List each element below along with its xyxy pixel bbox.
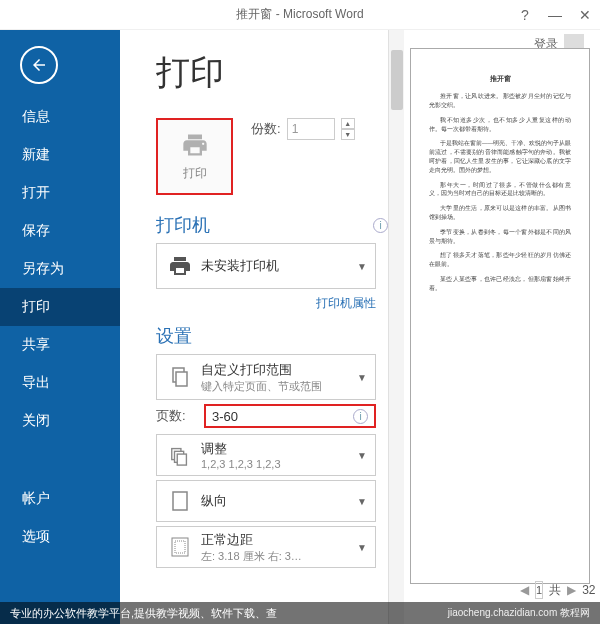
copies-input[interactable]: 1 bbox=[287, 118, 335, 140]
backstage-sidebar: 信息 新建 打开 保存 另存为 打印 共享 导出 关闭 帐户 选项 bbox=[0, 30, 120, 624]
page-total-label: 共 bbox=[549, 582, 561, 599]
sidebar-item-account[interactable]: 帐户 bbox=[0, 480, 120, 518]
pages-input[interactable]: 3-60 i bbox=[204, 404, 376, 428]
titlebar: 推开窗 - Microsoft Word ? — ✕ bbox=[0, 0, 600, 30]
orientation-select[interactable]: 纵向 ▼ bbox=[156, 480, 376, 522]
print-button[interactable]: 打印 bbox=[156, 118, 233, 195]
collate-select[interactable]: 调整 1,2,3 1,2,3 1,2,3 ▼ bbox=[156, 434, 376, 476]
copies-label: 份数: bbox=[251, 120, 281, 138]
printer-properties-link[interactable]: 打印机属性 bbox=[316, 296, 376, 310]
collate-icon bbox=[165, 440, 195, 470]
preview-footer: ◀ 1 共 ▶ 32 bbox=[520, 578, 592, 602]
sidebar-item-open[interactable]: 打开 bbox=[0, 174, 120, 212]
copies-up-button[interactable]: ▲ bbox=[341, 118, 355, 129]
window-controls: ? — ✕ bbox=[510, 0, 600, 30]
page-title: 打印 bbox=[156, 50, 388, 96]
chevron-down-icon: ▼ bbox=[357, 450, 367, 461]
copies-field: 份数: 1 ▲ ▼ bbox=[251, 118, 355, 140]
print-button-label: 打印 bbox=[183, 165, 207, 182]
chevron-down-icon: ▼ bbox=[357, 261, 367, 272]
printer-icon bbox=[180, 131, 210, 159]
svg-rect-7 bbox=[175, 541, 185, 553]
print-settings-column: 打印 打印 份数: 1 ▲ ▼ 打印机 i bbox=[120, 30, 388, 624]
pages-icon bbox=[165, 362, 195, 392]
zoom-value: 32 bbox=[582, 583, 595, 597]
help-button[interactable]: ? bbox=[510, 0, 540, 30]
settings-section-title: 设置 bbox=[156, 324, 388, 348]
printer-name: 未安装打印机 bbox=[201, 257, 357, 275]
sidebar-item-export[interactable]: 导出 bbox=[0, 364, 120, 402]
back-button[interactable] bbox=[20, 46, 58, 84]
printer-select[interactable]: 未安装打印机 ▼ bbox=[156, 243, 376, 289]
titlebar-title: 推开窗 - Microsoft Word bbox=[236, 6, 363, 23]
sidebar-item-new[interactable]: 新建 bbox=[0, 136, 120, 174]
chevron-down-icon: ▼ bbox=[357, 542, 367, 553]
sidebar-item-print[interactable]: 打印 bbox=[0, 288, 120, 326]
arrow-left-icon bbox=[30, 56, 48, 74]
print-range-select[interactable]: 自定义打印范围 键入特定页面、节或范围 ▼ bbox=[156, 354, 376, 400]
page-next-button[interactable]: ▶ bbox=[567, 581, 576, 599]
sidebar-item-save[interactable]: 保存 bbox=[0, 212, 120, 250]
sidebar-item-share[interactable]: 共享 bbox=[0, 326, 120, 364]
settings-scrollbar[interactable] bbox=[388, 30, 404, 624]
print-preview: 推开窗 推开窗，让风吹进来。那些被岁月尘封的记忆与光影交织。 我不知道多少次，也… bbox=[388, 30, 600, 624]
page-current-input[interactable]: 1 bbox=[535, 581, 543, 599]
margins-icon bbox=[165, 532, 195, 562]
chevron-down-icon: ▼ bbox=[357, 496, 367, 507]
watermark-bar: 专业的办公软件教学平台,提供教学视频、软件下载、查 jiaocheng.chaz… bbox=[0, 602, 600, 624]
sidebar-item-close[interactable]: 关闭 bbox=[0, 402, 120, 440]
svg-rect-1 bbox=[176, 372, 187, 386]
sidebar-item-saveas[interactable]: 另存为 bbox=[0, 250, 120, 288]
sidebar-item-info[interactable]: 信息 bbox=[0, 98, 120, 136]
printer-section-title: 打印机 i bbox=[156, 213, 388, 237]
sidebar-item-options[interactable]: 选项 bbox=[0, 518, 120, 556]
preview-page: 推开窗 推开窗，让风吹进来。那些被岁月尘封的记忆与光影交织。 我不知道多少次，也… bbox=[410, 48, 590, 584]
pages-label: 页数: bbox=[156, 407, 196, 425]
page-prev-button[interactable]: ◀ bbox=[520, 581, 529, 599]
close-button[interactable]: ✕ bbox=[570, 0, 600, 30]
info-icon[interactable]: i bbox=[373, 218, 388, 233]
copies-down-button[interactable]: ▼ bbox=[341, 129, 355, 140]
minimize-button[interactable]: — bbox=[540, 0, 570, 30]
printer-device-icon bbox=[165, 251, 195, 281]
svg-rect-4 bbox=[177, 454, 186, 465]
info-icon[interactable]: i bbox=[353, 409, 368, 424]
chevron-down-icon: ▼ bbox=[357, 372, 367, 383]
margins-select[interactable]: 正常边距 左: 3.18 厘米 右: 3… ▼ bbox=[156, 526, 376, 568]
svg-rect-5 bbox=[173, 492, 187, 510]
portrait-icon bbox=[165, 486, 195, 516]
